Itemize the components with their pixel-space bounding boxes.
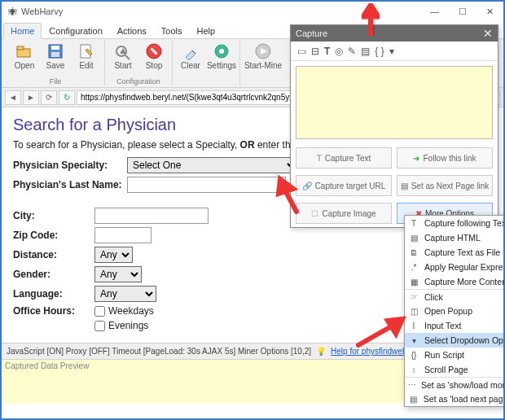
go-button[interactable]: ↻ bbox=[59, 90, 75, 105]
tool-down-icon[interactable]: ▾ bbox=[389, 46, 394, 57]
capture-text-button[interactable]: TCapture Text bbox=[296, 147, 392, 168]
clear-icon bbox=[182, 42, 200, 60]
lastname-input[interactable] bbox=[127, 177, 286, 193]
language-select[interactable]: Any bbox=[94, 286, 156, 302]
click-icon: ☞ bbox=[408, 292, 419, 301]
script-icon: {} bbox=[408, 351, 419, 360]
stop-icon bbox=[145, 42, 163, 60]
follow-link-button[interactable]: ➜Follow this link bbox=[397, 147, 493, 168]
status-text: JavaScript [ON] Proxy [OFF] Timeout [Pag… bbox=[7, 347, 311, 356]
svg-rect-1 bbox=[17, 46, 24, 50]
group-file-label: File bbox=[50, 77, 62, 85]
tool-target-icon[interactable]: ◎ bbox=[335, 46, 343, 57]
tool-page-icon[interactable]: ▤ bbox=[361, 46, 370, 57]
label-zip: Zip Code: bbox=[13, 230, 94, 241]
label-specialty: Physician Specialty: bbox=[13, 160, 127, 171]
start-mine-icon bbox=[254, 42, 272, 60]
load-more-icon: ⋯ bbox=[408, 380, 416, 389]
menu-capture-html[interactable]: ▤Capture HTML bbox=[405, 230, 505, 245]
more-content-icon: ▦ bbox=[408, 278, 419, 287]
help-bulb-icon: 💡 bbox=[316, 347, 326, 356]
regex-icon: .* bbox=[408, 263, 419, 272]
capture-title: Capture bbox=[296, 28, 327, 38]
label-city: City: bbox=[13, 210, 94, 221]
save-button[interactable]: Save bbox=[41, 41, 70, 72]
file-icon: 🗎 bbox=[408, 248, 419, 257]
clear-button[interactable]: Clear bbox=[176, 41, 205, 72]
zip-input[interactable] bbox=[94, 227, 152, 243]
menu-capture-text-file[interactable]: 🗎Capture Text as File bbox=[405, 245, 505, 260]
preview-label: Captured Data Preview bbox=[5, 361, 89, 370]
menu-click[interactable]: ☞Click bbox=[405, 289, 505, 304]
app-icon: 🕷 bbox=[7, 6, 18, 17]
capture-titlebar: Capture ✕ bbox=[291, 25, 498, 42]
settings-icon bbox=[213, 42, 231, 60]
specialty-select[interactable]: Select One bbox=[127, 157, 298, 173]
maximize-button[interactable]: ☐ bbox=[454, 5, 472, 19]
start-mine-button[interactable]: Start-Mine bbox=[244, 41, 283, 72]
save-icon bbox=[46, 42, 64, 60]
capture-textarea[interactable] bbox=[296, 66, 493, 139]
group-config-label: Configuration bbox=[116, 77, 160, 85]
menu-tools[interactable]: Tools bbox=[154, 23, 190, 38]
menu-scroll-page[interactable]: ↕Scroll Page bbox=[405, 362, 505, 377]
menu-home[interactable]: Home bbox=[3, 23, 42, 39]
next-page-button[interactable]: ▤Set as Next Page link bbox=[397, 175, 493, 196]
menu-actions[interactable]: Actions bbox=[110, 23, 154, 38]
evenings-checkbox[interactable]: Evenings bbox=[94, 320, 148, 331]
svg-rect-3 bbox=[51, 46, 59, 50]
menu-select-dropdown-option[interactable]: ▾Select Dropdown Option bbox=[405, 333, 505, 348]
menu-set-load-more[interactable]: ⋯Set as 'show/load more data' link bbox=[405, 377, 505, 392]
input-icon: I bbox=[408, 322, 419, 330]
text-icon: T bbox=[408, 219, 419, 228]
distance-select[interactable]: Any bbox=[94, 247, 133, 263]
open-icon bbox=[15, 42, 33, 60]
menu-capture-following-text[interactable]: TCapture following Text bbox=[405, 216, 505, 230]
menu-configuration[interactable]: Configuration bbox=[42, 23, 109, 38]
tool-braces-icon[interactable]: { } bbox=[375, 46, 384, 57]
menu-set-next-page-set[interactable]: ▤Set as 'load next page set' link bbox=[405, 392, 505, 406]
menu-open-popup[interactable]: ◫Open Popup bbox=[405, 304, 505, 318]
page-set-icon: ▤ bbox=[408, 395, 419, 404]
svg-point-9 bbox=[219, 49, 224, 54]
minimize-button[interactable]: — bbox=[425, 5, 444, 19]
label-office: Office Hours: bbox=[13, 305, 94, 317]
city-input[interactable] bbox=[94, 208, 209, 224]
tool-box-icon[interactable]: ▭ bbox=[297, 46, 306, 57]
titlebar: 🕷 WebHarvy — ☐ ✕ bbox=[2, 2, 503, 21]
menu-run-script[interactable]: {}Run Script bbox=[405, 348, 505, 362]
menu-capture-more-content[interactable]: ▦Capture More Content bbox=[405, 274, 505, 289]
label-language: Language: bbox=[13, 288, 94, 300]
capture-close-button[interactable]: ✕ bbox=[483, 27, 493, 40]
capture-image-button[interactable]: ☐Capture Image bbox=[296, 203, 392, 224]
app-title: WebHarvy bbox=[21, 7, 63, 16]
menu-input-text[interactable]: IInput Text bbox=[405, 318, 505, 333]
dropdown-icon: ▾ bbox=[408, 336, 419, 345]
tool-text-icon[interactable]: T bbox=[324, 46, 330, 57]
back-button[interactable]: ◄ bbox=[5, 90, 21, 105]
reload-button[interactable]: ⟳ bbox=[41, 90, 57, 105]
label-distance: Distance: bbox=[13, 249, 94, 260]
capture-popup: Capture ✕ ▭ ⊟ T ◎ ✎ ▤ { } ▾ TCapture Tex… bbox=[290, 24, 498, 228]
gender-select[interactable]: Any bbox=[94, 266, 142, 282]
tool-dash-icon[interactable]: ⊟ bbox=[311, 46, 319, 57]
label-lastname: Physician's Last Name: bbox=[13, 179, 127, 190]
open-button[interactable]: Open bbox=[10, 41, 39, 72]
start-icon bbox=[114, 42, 132, 60]
stop-button[interactable]: Stop bbox=[139, 41, 169, 72]
settings-button[interactable]: Settings bbox=[207, 41, 236, 72]
close-button[interactable]: ✕ bbox=[481, 5, 498, 19]
menu-help[interactable]: Help bbox=[190, 23, 223, 38]
html-icon: ▤ bbox=[408, 234, 419, 243]
menu-apply-regex[interactable]: .*Apply Regular Expression bbox=[405, 260, 505, 274]
popup-icon: ◫ bbox=[408, 307, 419, 316]
label-gender: Gender: bbox=[13, 269, 94, 280]
capture-url-button[interactable]: 🔗Capture target URL bbox=[296, 175, 392, 196]
start-button[interactable]: Start bbox=[108, 41, 138, 72]
capture-toolbar: ▭ ⊟ T ◎ ✎ ▤ { } ▾ bbox=[291, 42, 498, 61]
svg-rect-4 bbox=[51, 52, 59, 57]
weekdays-checkbox[interactable]: Weekdays bbox=[94, 305, 154, 317]
tool-pencil-icon[interactable]: ✎ bbox=[348, 46, 356, 57]
edit-button[interactable]: Edit bbox=[72, 41, 101, 72]
forward-button[interactable]: ► bbox=[23, 90, 39, 105]
